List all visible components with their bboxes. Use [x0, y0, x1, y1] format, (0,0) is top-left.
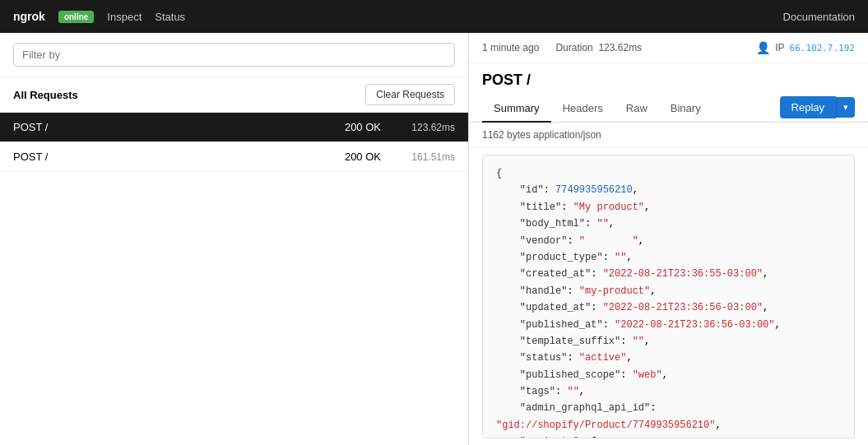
json-line: "admin_graphql_api_id": "gid://shopify/P… — [496, 402, 722, 430]
request-path: POST / — [13, 151, 315, 163]
json-line: "variants": [ — [496, 436, 596, 438]
request-status: 200 OK — [315, 151, 381, 163]
time-ago: 1 minute ago — [482, 42, 539, 53]
request-duration: 123.62ms — [381, 122, 455, 133]
json-panel: { "id": 7749935956210, "title": "My prod… — [482, 155, 855, 438]
chevron-down-icon: ▾ — [843, 102, 848, 112]
left-panel: All Requests Clear Requests POST / 200 O… — [0, 33, 469, 445]
replay-dropdown-button[interactable]: ▾ — [836, 97, 855, 118]
json-line: "status": "active", — [496, 352, 633, 364]
tabs-row: Summary Headers Raw Binary Replay ▾ — [469, 89, 868, 123]
json-line: "template_suffix": "", — [496, 336, 650, 347]
json-line: "vendor": " ", — [496, 235, 644, 247]
json-open-brace: { — [496, 168, 502, 179]
requests-header: All Requests Clear Requests — [0, 76, 468, 113]
replay-button[interactable]: Replay — [780, 96, 836, 118]
request-detail-title: POST / — [469, 63, 868, 89]
filter-bar — [0, 33, 468, 76]
json-line: "updated_at": "2022-08-21T23:36:56-03:00… — [496, 302, 768, 313]
person-icon: 👤 — [756, 41, 770, 54]
json-line: "created_at": "2022-08-21T23:36:55-03:00… — [496, 268, 768, 280]
duration-value: 123.62ms — [598, 42, 642, 53]
content-info: 1162 bytes application/json — [469, 123, 868, 148]
main-container: All Requests Clear Requests POST / 200 O… — [0, 33, 868, 445]
tab-binary[interactable]: Binary — [659, 95, 713, 123]
requests-title: All Requests — [13, 89, 78, 101]
documentation-link[interactable]: Documentation — [783, 11, 855, 23]
request-duration: 161.51ms — [381, 151, 455, 163]
inspect-link[interactable]: Inspect — [107, 11, 142, 23]
request-list: POST / 200 OK 123.62ms POST / 200 OK 161… — [0, 113, 468, 445]
json-line: "published_at": "2022-08-21T23:36:56-03:… — [496, 319, 781, 331]
json-line: "tags": "", — [496, 386, 585, 397]
ip-value: 66.102.7.192 — [790, 43, 855, 53]
json-line: "published_scope": "web", — [496, 369, 668, 381]
tab-raw[interactable]: Raw — [615, 95, 659, 123]
request-status: 200 OK — [315, 121, 381, 133]
tab-summary[interactable]: Summary — [482, 95, 551, 123]
json-line: "handle": "my-product", — [496, 285, 656, 297]
json-line: "title": "My product", — [496, 202, 650, 213]
table-row[interactable]: POST / 200 OK 161.51ms — [0, 142, 468, 172]
duration-label: Duration 123.62ms — [555, 42, 642, 53]
status-link[interactable]: Status — [155, 11, 185, 23]
json-line: "product_type": "", — [496, 252, 633, 263]
request-path: POST / — [13, 121, 315, 133]
navbar: ngrok online Inspect Status Documentatio… — [0, 0, 868, 33]
ip-label: IP — [775, 42, 784, 53]
online-badge: online — [58, 11, 94, 23]
filter-input[interactable] — [13, 43, 455, 67]
json-line: "id": 7749935956210, — [496, 184, 638, 196]
navbar-left: ngrok online Inspect Status — [13, 10, 185, 23]
replay-group: Replay ▾ — [780, 96, 855, 118]
detail-meta: 1 minute ago Duration 123.62ms 👤 IP 66.1… — [469, 33, 868, 63]
ip-info: 👤 IP 66.102.7.192 — [756, 41, 855, 54]
brand-name: ngrok — [13, 10, 45, 23]
right-panel: 1 minute ago Duration 123.62ms 👤 IP 66.1… — [469, 33, 868, 445]
clear-requests-button[interactable]: Clear Requests — [365, 84, 455, 105]
table-row[interactable]: POST / 200 OK 123.62ms — [0, 113, 468, 142]
tab-headers[interactable]: Headers — [551, 95, 615, 123]
json-line: "body_html": "", — [496, 218, 615, 229]
